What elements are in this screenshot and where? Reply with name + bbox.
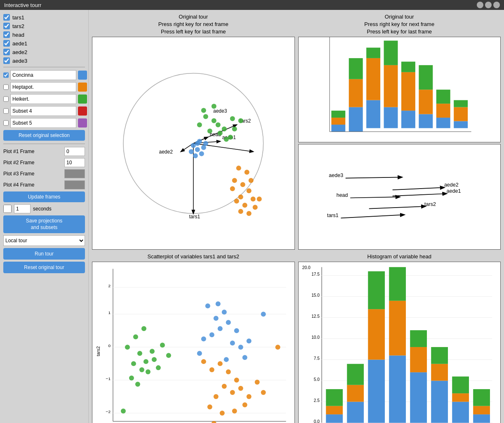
- svg-text:12.5: 12.5: [311, 314, 320, 318]
- tour-plot-title: Original tour Press right key for next f…: [158, 13, 228, 36]
- plot2-frame-input[interactable]: [64, 158, 85, 167]
- hist-plot-container[interactable]: [298, 37, 501, 142]
- seconds-input[interactable]: [14, 204, 31, 213]
- svg-text:7.5: 7.5: [313, 356, 319, 360]
- svg-rect-64: [401, 72, 415, 110]
- svg-rect-59: [366, 47, 380, 58]
- svg-text:tars2: tars2: [96, 346, 101, 356]
- plot4-frame-label: Plot #4 Frame: [3, 182, 34, 188]
- svg-rect-181: [326, 414, 343, 423]
- svg-point-145: [218, 361, 223, 366]
- aede1-checkbox[interactable]: [3, 40, 10, 47]
- svg-rect-63: [401, 111, 415, 128]
- tars1-checkbox[interactable]: [3, 14, 10, 21]
- subset4-checkbox[interactable]: [3, 108, 9, 114]
- scatter-plot-title: Scatterplot of variables tars1 and tars2: [147, 253, 239, 260]
- svg-point-129: [222, 310, 227, 314]
- svg-point-42: [232, 178, 237, 183]
- svg-point-34: [203, 141, 208, 146]
- svg-point-125: [133, 334, 138, 339]
- aede3-checkbox[interactable]: [3, 57, 10, 64]
- svg-rect-189: [368, 271, 385, 309]
- heikert-input[interactable]: [10, 94, 76, 104]
- subset5-checkbox[interactable]: [3, 120, 9, 126]
- svg-point-37: [238, 194, 243, 199]
- axis-plot-container[interactable]: aede3 aede2 aede1 head tars2 tars1: [298, 144, 501, 250]
- svg-point-126: [141, 326, 146, 331]
- svg-point-136: [238, 345, 243, 350]
- svg-point-157: [255, 380, 260, 385]
- tour-plot-container[interactable]: tars2 aede1 head tars1 aede2 aede3: [92, 37, 295, 250]
- svg-text:aede3: aede3: [329, 173, 343, 178]
- svg-point-154: [207, 404, 212, 409]
- head-label: head: [12, 32, 24, 38]
- subset-concinna: [3, 70, 85, 80]
- update-frames-button[interactable]: Update frames: [3, 191, 85, 202]
- minimize-button[interactable]: [477, 2, 483, 8]
- heptapot-checkbox[interactable]: [3, 84, 9, 90]
- close-button[interactable]: [493, 2, 500, 8]
- svg-point-45: [245, 170, 250, 175]
- reset-selection-button[interactable]: Reset original selection: [3, 130, 85, 141]
- svg-rect-188: [368, 309, 385, 359]
- svg-rect-183: [326, 389, 343, 406]
- svg-point-127: [205, 303, 210, 308]
- plot3-frame-label: Plot #3 Frame: [3, 171, 34, 177]
- subset-heikert: [3, 94, 85, 104]
- head-checkbox[interactable]: [3, 31, 10, 38]
- svg-point-140: [197, 351, 202, 356]
- svg-rect-51: [331, 125, 345, 132]
- svg-text:aede1: aede1: [446, 188, 461, 194]
- run-tour-button[interactable]: Run tour: [3, 248, 85, 260]
- subset4-input[interactable]: [10, 106, 76, 116]
- svg-point-116: [146, 369, 151, 374]
- svg-point-22: [228, 135, 233, 139]
- subset-5: [3, 118, 85, 128]
- svg-text:head: head: [336, 192, 348, 198]
- svg-point-47: [253, 205, 258, 210]
- aede3-label: aede3: [12, 58, 27, 64]
- svg-point-137: [247, 338, 252, 343]
- svg-point-50: [247, 211, 252, 216]
- main-layout: tars1 tars2 head aede1 aede2 aede3: [0, 10, 504, 423]
- var-aede2: aede2: [3, 49, 85, 55]
- heikert-checkbox[interactable]: [3, 96, 9, 102]
- svg-text:20.0: 20.0: [302, 265, 310, 270]
- concinna-input[interactable]: [10, 70, 76, 80]
- svg-text:2.5: 2.5: [313, 398, 319, 402]
- svg-rect-190: [389, 355, 406, 423]
- aede2-checkbox[interactable]: [3, 49, 10, 55]
- var-tars1: tars1: [3, 14, 85, 21]
- tars2-checkbox[interactable]: [3, 23, 10, 29]
- svg-point-40: [243, 203, 247, 208]
- head-hist-plot-container[interactable]: 0.0 2.5 5.0 7.5 10.0 12.5 15.0 17.5 20.0: [298, 262, 501, 423]
- svg-point-115: [144, 359, 148, 364]
- plot4-frame-color: [64, 180, 85, 189]
- svg-point-23: [232, 126, 237, 131]
- svg-point-122: [121, 409, 126, 414]
- reset-tour-button[interactable]: Reset original tour: [3, 262, 85, 273]
- plot1-frame-input[interactable]: [64, 147, 85, 156]
- scatter-plot-container[interactable]: 2 1 0 −1 −2 tars2 −2.0 −1.5 −1.0 −0.5 0.…: [92, 262, 295, 423]
- seconds-checkbox[interactable]: [3, 205, 12, 213]
- plot3-frame-row: Plot #3 Frame: [3, 169, 85, 178]
- concinna-checkbox[interactable]: [3, 72, 9, 78]
- svg-point-38: [247, 188, 252, 193]
- seconds-row: seconds: [3, 204, 85, 213]
- subset5-input[interactable]: [10, 118, 76, 128]
- svg-point-46: [236, 165, 241, 170]
- svg-rect-197: [431, 364, 448, 380]
- svg-rect-193: [410, 372, 427, 423]
- svg-point-41: [251, 196, 256, 201]
- maximize-button[interactable]: [485, 2, 492, 8]
- svg-point-158: [261, 390, 266, 395]
- local-tour-select[interactable]: Local tour Guided tour Grand tour: [3, 235, 85, 246]
- svg-point-26: [212, 104, 217, 109]
- svg-rect-74: [454, 100, 468, 107]
- svg-rect-194: [410, 347, 427, 372]
- save-projections-button[interactable]: Save projectionsand subsets: [3, 215, 85, 233]
- heptapot-input[interactable]: [10, 82, 76, 92]
- svg-text:1: 1: [108, 310, 111, 315]
- hist-plot-cell: Original tour Press right key for next f…: [297, 12, 503, 251]
- sidebar: tars1 tars2 head aede1 aede2 aede3: [0, 10, 89, 423]
